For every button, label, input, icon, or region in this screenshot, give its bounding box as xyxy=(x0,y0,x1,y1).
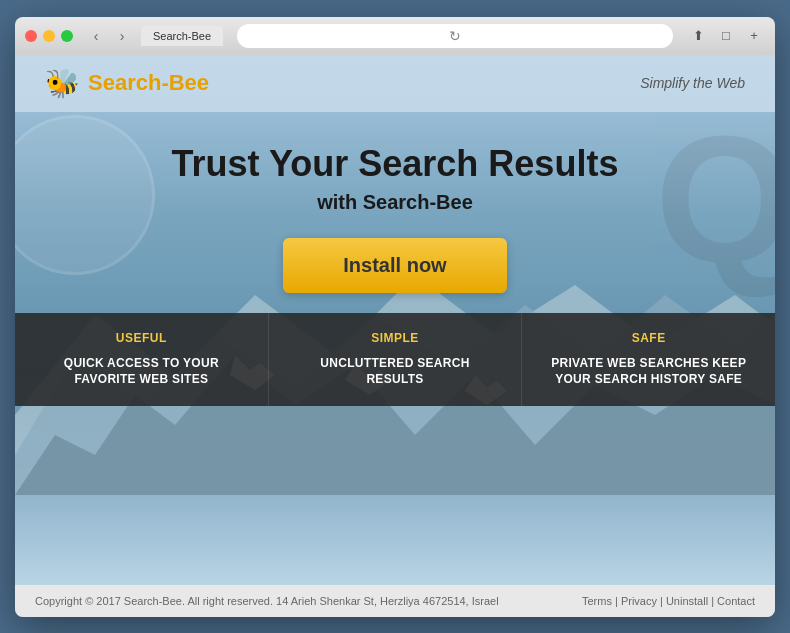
forward-button[interactable]: › xyxy=(111,25,133,47)
hero-text-area: Trust Your Search Results with Search-Be… xyxy=(152,112,639,313)
feature-simple-desc: UNCLUTTERED SEARCH RESULTS xyxy=(293,355,498,389)
feature-useful-label: USEFUL xyxy=(39,331,244,345)
close-button[interactable] xyxy=(25,30,37,42)
feature-useful: USEFUL QUICK ACCESS TO YOUR FAVORITE WEB… xyxy=(15,313,269,407)
footer-copyright: Copyright © 2017 Search-Bee. All right r… xyxy=(35,595,499,607)
feature-simple: SIMPLE UNCLUTTERED SEARCH RESULTS xyxy=(269,313,523,407)
reload-icon: ↻ xyxy=(449,28,461,44)
header-bar: 🐝 Search-Bee Simplify the Web xyxy=(15,55,775,112)
maximize-button[interactable] xyxy=(61,30,73,42)
footer: Copyright © 2017 Search-Bee. All right r… xyxy=(15,585,775,617)
feature-simple-label: SIMPLE xyxy=(293,331,498,345)
bee-icon: 🐝 xyxy=(45,67,80,100)
browser-tab[interactable]: Search-Bee xyxy=(141,26,223,46)
feature-safe-label: SAFE xyxy=(546,331,751,345)
logo-suffix: Bee xyxy=(169,70,209,95)
logo-dash: - xyxy=(161,70,168,95)
browser-titlebar: ‹ › Search-Bee ↻ ⬆ □ + xyxy=(15,17,775,55)
share-icon[interactable]: ⬆ xyxy=(687,25,709,47)
new-tab-icon[interactable]: + xyxy=(743,25,765,47)
traffic-lights xyxy=(25,30,73,42)
feature-safe-desc: PRIVATE WEB SEARCHES KEEP YOUR SEARCH HI… xyxy=(546,355,751,389)
hero-subtitle: with Search-Bee xyxy=(172,191,619,214)
feature-useful-desc: QUICK ACCESS TO YOUR FAVORITE WEB SITES xyxy=(39,355,244,389)
hero-section: Q xyxy=(15,55,775,585)
footer-links[interactable]: Terms | Privacy | Uninstall | Contact xyxy=(582,595,755,607)
add-bookmark-icon[interactable]: □ xyxy=(715,25,737,47)
toolbar-right: ⬆ □ + xyxy=(687,25,765,47)
logo-container: 🐝 Search-Bee xyxy=(45,67,209,100)
install-button[interactable]: Install now xyxy=(283,238,506,293)
page-content: Q xyxy=(15,55,775,617)
tagline: Simplify the Web xyxy=(640,75,745,91)
logo-text: Search-Bee xyxy=(88,70,209,96)
address-bar[interactable]: ↻ xyxy=(237,24,673,48)
browser-window: ‹ › Search-Bee ↻ ⬆ □ + Q xyxy=(15,17,775,617)
hero-title: Trust Your Search Results xyxy=(172,142,619,185)
minimize-button[interactable] xyxy=(43,30,55,42)
back-button[interactable]: ‹ xyxy=(85,25,107,47)
feature-safe: SAFE PRIVATE WEB SEARCHES KEEP YOUR SEAR… xyxy=(522,313,775,407)
tab-label: Search-Bee xyxy=(153,30,211,42)
logo-prefix: Search xyxy=(88,70,161,95)
features-section: USEFUL QUICK ACCESS TO YOUR FAVORITE WEB… xyxy=(15,313,775,407)
nav-buttons: ‹ › xyxy=(85,25,133,47)
